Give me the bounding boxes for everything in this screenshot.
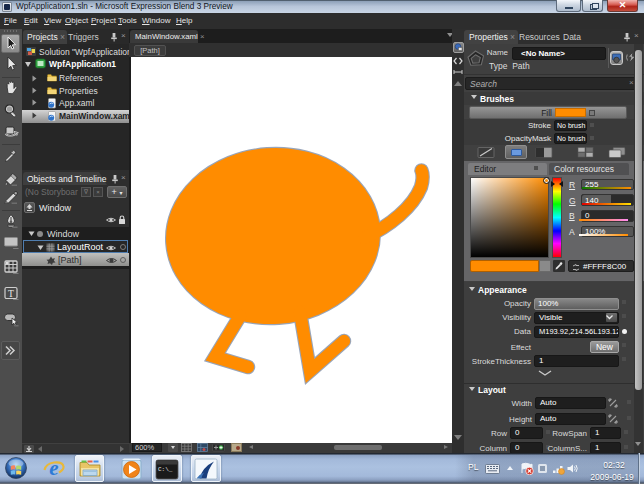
svg-text:e: e <box>49 457 58 480</box>
svg-text:T: T <box>8 289 14 299</box>
svg-text:C:\_: C:\_ <box>158 466 173 473</box>
